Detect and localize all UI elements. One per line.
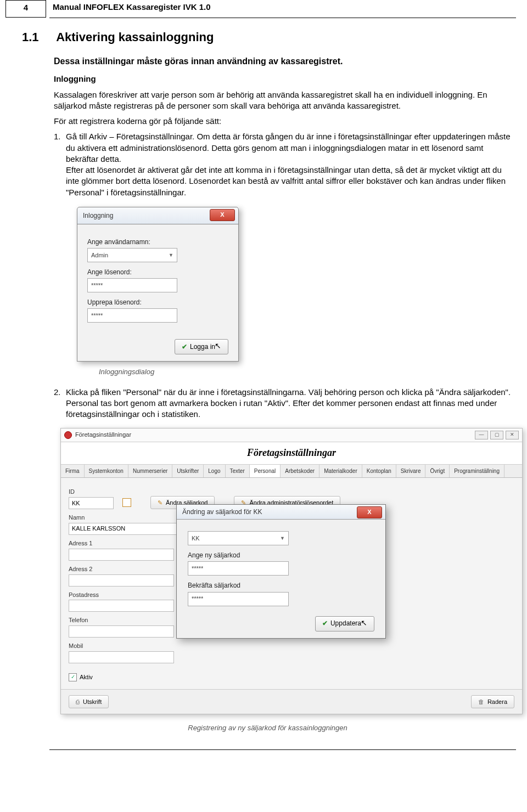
footer-rule: [49, 749, 516, 750]
step-number-1: 1.: [54, 131, 66, 198]
confirm-salescode-value: *****: [192, 595, 203, 603]
password-repeat-input[interactable]: *****: [87, 308, 177, 323]
modal-close-button[interactable]: X: [357, 506, 382, 518]
username-value: Admin: [91, 251, 108, 260]
app-icon: [64, 431, 72, 439]
login-button[interactable]: ✔ Logga in ↖: [175, 339, 228, 354]
chevron-down-icon: ▼: [169, 252, 173, 258]
login-dialog: Inloggning X Ange användarnamn: Admin ▼ …: [77, 207, 239, 362]
label-mobil: Mobil: [69, 642, 514, 650]
change-salescode-dialog: Ändring av säljarkod för KK X KK ▼ Ange …: [176, 504, 386, 638]
print-button-label: Utskrift: [83, 698, 102, 706]
update-button[interactable]: ✔ Uppdatera ↖: [315, 616, 374, 631]
step-text-1: Gå till Arkiv – Företagsinställningar. O…: [66, 131, 513, 198]
pencil-icon: ✎: [158, 499, 162, 507]
adress1-input[interactable]: [69, 549, 174, 561]
delete-button[interactable]: 🗑 Radera: [471, 695, 514, 708]
company-settings-window: Företagsinställningar — ▢ ✕ Företagsinst…: [60, 428, 523, 714]
aktiv-label: Aktiv: [80, 673, 93, 681]
cursor-icon: ↖: [361, 618, 367, 628]
id-input[interactable]: KK: [69, 497, 114, 509]
label-password-repeat: Upprepa lösenord:: [87, 298, 228, 307]
paragraph-register-codes: För att registrera koderna gör på följan…: [54, 116, 513, 127]
step-text-2: Klicka på fliken "Personal" när du är in…: [66, 387, 513, 420]
tab-ovrigt[interactable]: Övrigt: [425, 465, 450, 478]
login-titlebar: Inloggning X: [77, 207, 239, 224]
subheading-inloggning: Inloggning: [54, 74, 513, 84]
check-icon: ✔: [182, 342, 187, 351]
new-salescode-input[interactable]: *****: [188, 561, 289, 576]
tab-systemkonton[interactable]: Systemkonton: [85, 465, 128, 478]
company-settings-title: Företagsinställningar: [75, 431, 131, 439]
window-close-button[interactable]: ✕: [506, 431, 519, 439]
close-button[interactable]: X: [210, 209, 235, 221]
page-number-box: 4: [5, 0, 46, 18]
adress2-input[interactable]: [69, 574, 174, 587]
password-input[interactable]: *****: [87, 278, 177, 292]
tab-logo[interactable]: Logo: [204, 465, 225, 478]
caption-salescode-registration: Registrering av ny säljarkod för kassain…: [22, 723, 513, 733]
modal-id-dropdown[interactable]: KK ▼: [188, 531, 289, 545]
tab-utskrifter[interactable]: Utskrifter: [172, 465, 204, 478]
tab-personal[interactable]: Personal: [250, 465, 281, 478]
confirm-salescode-input[interactable]: *****: [188, 592, 289, 606]
label-id: ID: [69, 488, 514, 496]
check-icon: ✔: [322, 619, 328, 628]
company-settings-tabs: Firma Systemkonton Nummerserier Utskrift…: [61, 465, 522, 478]
delete-button-label: Radera: [487, 698, 507, 706]
section-title: Aktivering kassainloggning: [56, 30, 214, 44]
section-number: 1.1: [22, 29, 54, 46]
login-title: Inloggning: [83, 211, 113, 220]
step-number-2: 2.: [54, 387, 66, 420]
tab-skrivare[interactable]: Skrivare: [396, 465, 426, 478]
modal-title: Ändring av säljarkod för KK: [182, 507, 262, 516]
update-button-label: Uppdatera: [330, 619, 361, 628]
login-button-label: Logga in: [190, 342, 215, 351]
namn-value: KALLE KARLSSON: [72, 525, 125, 533]
tab-materialkoder[interactable]: Materialkoder: [319, 465, 362, 478]
password-repeat-value: *****: [91, 312, 103, 320]
tab-nummerserier[interactable]: Nummerserier: [128, 465, 172, 478]
manual-title: Manual INFOFLEX Kassaregister IVK 1.0: [53, 2, 211, 12]
label-password: Ange lösenord:: [87, 268, 228, 277]
label-username: Ange användarnamn:: [87, 238, 228, 246]
label-new-salescode: Ange ny säljarkod: [188, 551, 374, 560]
mobil-input[interactable]: [69, 651, 174, 663]
cursor-icon: ↖: [215, 341, 221, 351]
label-confirm-salescode: Bekräfta säljarkod: [188, 581, 374, 590]
maximize-button[interactable]: ▢: [490, 431, 503, 439]
new-salescode-value: *****: [192, 565, 203, 573]
username-dropdown[interactable]: Admin ▼: [87, 248, 177, 262]
id-value: KK: [72, 499, 80, 507]
tab-texter[interactable]: Texter: [226, 465, 250, 478]
modal-id-value: KK: [192, 534, 200, 543]
minimize-button[interactable]: —: [475, 431, 488, 439]
postadress-input[interactable]: [69, 600, 174, 612]
chevron-down-icon: ▼: [280, 535, 285, 542]
tab-kontoplan[interactable]: Kontoplan: [362, 465, 396, 478]
company-settings-banner: Företagsinställningar: [61, 442, 522, 465]
password-value: *****: [91, 281, 103, 290]
aktiv-checkbox[interactable]: ✓: [69, 673, 77, 681]
paragraph-kassalagen: Kassalagen föreskriver att varje person …: [54, 89, 513, 112]
namn-input[interactable]: KALLE KARLSSON: [69, 523, 180, 535]
header-rule: [49, 18, 516, 18]
lookup-icon[interactable]: [122, 498, 131, 507]
section-intro: Dessa inställningar måste göras innan an…: [54, 55, 513, 67]
printer-icon: ⎙: [76, 698, 80, 706]
tab-arbetskoder[interactable]: Arbetskoder: [281, 465, 319, 478]
company-settings-titlebar: Företagsinställningar — ▢ ✕: [61, 428, 522, 442]
telefon-input[interactable]: [69, 625, 174, 638]
print-button[interactable]: ⎙ Utskrift: [69, 695, 109, 708]
tab-firma[interactable]: Firma: [61, 465, 85, 478]
trash-icon: 🗑: [478, 698, 484, 706]
caption-login-dialog: Inloggningsdialog: [99, 367, 513, 377]
tab-programinstallning[interactable]: Programinställning: [450, 465, 504, 478]
